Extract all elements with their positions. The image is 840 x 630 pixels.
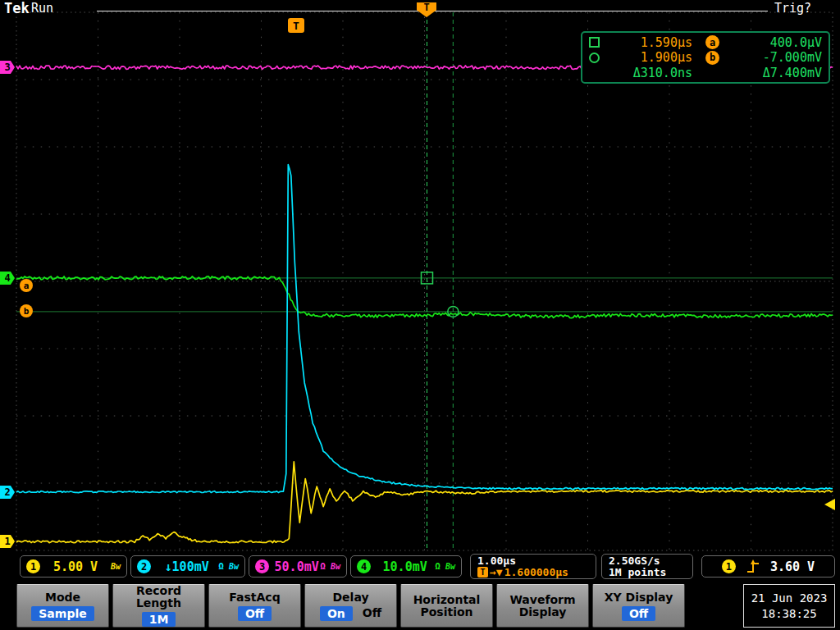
mode-label: Mode bbox=[45, 591, 80, 604]
channel1-readout[interactable]: 1 5.00 V Bw bbox=[20, 555, 127, 578]
channel1-bandwidth-icon: Bw bbox=[111, 562, 121, 571]
trigger-level: 3.60 V bbox=[770, 559, 815, 574]
channel4-bandwidth-icon: Bw bbox=[445, 562, 455, 571]
fastacq-value[interactable]: Off bbox=[238, 606, 272, 621]
cursor-a-level-badge[interactable]: a bbox=[20, 279, 33, 292]
cursor-row-2: 1.900µs b -7.000mV bbox=[589, 51, 822, 65]
channel3-readout[interactable]: 3 50.0mV Ω Bw bbox=[249, 555, 347, 578]
xy-display-value[interactable]: Off bbox=[622, 606, 655, 621]
mode-value[interactable]: Sample bbox=[31, 606, 94, 621]
menu-button-fastacq[interactable]: FastAcq Off bbox=[208, 584, 301, 628]
record-length-value[interactable]: 1M bbox=[142, 612, 176, 627]
channel4-ohm-icon: Ω bbox=[435, 561, 441, 572]
oscilloscope-screen: Tek Run Trig? T T 1.590µs a 400.0µV 1.90… bbox=[0, 0, 840, 630]
channel2-number-badge: 2 bbox=[137, 559, 151, 573]
yellow-level-arrow-icon bbox=[824, 499, 835, 510]
menu-button-waveform-display[interactable]: Waveform Display bbox=[496, 584, 589, 628]
trigger-status: Trig? bbox=[774, 1, 811, 16]
channel4-scale: 10.0mV bbox=[376, 559, 434, 574]
channel2-bandwidth-icon: Bw bbox=[229, 562, 239, 571]
cursor-row-delta: Δ310.0ns Δ7.400mV bbox=[589, 66, 822, 80]
sample-rate: 2.50GS/s bbox=[609, 555, 660, 567]
acquisition-readout[interactable]: 2.50GS/s 1M points bbox=[601, 554, 693, 579]
acquisition-status: Run bbox=[31, 1, 53, 16]
cursor1-time: 1.590µs bbox=[607, 35, 692, 50]
menu-button-delay[interactable]: Delay On Off bbox=[304, 584, 397, 628]
horizontal-position-label: Horizontal Position bbox=[406, 594, 488, 619]
circle-cursor-icon bbox=[589, 52, 607, 63]
menu-button-horizontal-position[interactable]: Horizontal Position bbox=[400, 584, 493, 628]
cursor-b-value: -7.000mV bbox=[719, 50, 822, 65]
horizontal-scale: 1.00µs bbox=[477, 555, 516, 567]
time-text: 18:38:25 bbox=[761, 607, 816, 620]
cursor-row-1: 1.590µs a 400.0µV bbox=[589, 35, 822, 49]
trigger-t-icon: T bbox=[477, 567, 488, 578]
cursor-readout-box: 1.590µs a 400.0µV 1.900µs b -7.000mV Δ31… bbox=[581, 31, 830, 84]
menu-button-record-length[interactable]: Record Length 1M bbox=[112, 584, 205, 628]
date-time-display: 21 Jun 2023 18:38:25 bbox=[743, 584, 835, 628]
graticule-waveform-area bbox=[0, 0, 840, 630]
trace-ch1 bbox=[16, 462, 833, 543]
channel3-bandwidth-icon: Bw bbox=[331, 562, 340, 571]
delay-value: 1.600000µs bbox=[504, 567, 568, 578]
channel2-scale: ↓100mV bbox=[156, 559, 217, 574]
channel1-scale: 5.00 V bbox=[45, 559, 106, 574]
channel3-scale: 50.0mV bbox=[274, 559, 319, 574]
channel2-ohm-icon: Ω bbox=[218, 561, 224, 572]
channel2-readout[interactable]: 2 ↓100mV Ω Bw bbox=[130, 555, 245, 578]
trigger-position-marker-icon[interactable]: T bbox=[288, 18, 304, 33]
cursor-b-level-badge[interactable]: b bbox=[20, 304, 33, 317]
date-text: 21 Jun 2023 bbox=[751, 591, 828, 605]
delay-arrows-icon: →▼ bbox=[490, 567, 503, 578]
xy-display-label: XY Display bbox=[605, 591, 673, 604]
trigger-readout[interactable]: 1 3.60 V bbox=[701, 555, 835, 578]
delay-off-option[interactable]: Off bbox=[363, 607, 381, 619]
cursor-b-badge: b bbox=[705, 51, 719, 65]
cursor-a-value: 400.0µV bbox=[719, 35, 822, 50]
horizontal-readout[interactable]: 1.00µs T →▼ 1.600000µs bbox=[470, 554, 596, 579]
waveform-display-label: Waveform Display bbox=[502, 594, 584, 619]
trigger-source-badge: 1 bbox=[722, 559, 736, 573]
channel3-ohm-icon: Ω bbox=[320, 561, 326, 572]
menu-button-xy-display[interactable]: XY Display Off bbox=[592, 584, 685, 628]
menu-button-mode[interactable]: Mode Sample bbox=[16, 584, 109, 628]
record-length: 1M points bbox=[609, 567, 666, 578]
fastacq-label: FastAcq bbox=[229, 591, 280, 604]
channel4-readout[interactable]: 4 10.0mV Ω Bw bbox=[350, 555, 462, 578]
cursor-delta-value: Δ7.400mV bbox=[719, 66, 822, 80]
channel4-number-badge: 4 bbox=[357, 559, 371, 573]
tek-logo: Tek bbox=[4, 0, 30, 16]
cursor-a-badge: a bbox=[705, 35, 719, 49]
delay-label: Delay bbox=[332, 591, 368, 604]
delay-on-option[interactable]: On bbox=[320, 606, 353, 621]
record-length-label: Record Length bbox=[118, 585, 200, 609]
horizontal-delay: T →▼ 1.600000µs bbox=[477, 567, 568, 578]
cursor2-time: 1.900µs bbox=[607, 50, 692, 65]
square-cursor-icon bbox=[589, 37, 607, 48]
cursor-delta-time: Δ310.0ns bbox=[607, 66, 692, 80]
channel1-number-badge: 1 bbox=[26, 559, 40, 573]
rising-edge-icon bbox=[746, 559, 760, 574]
channel3-number-badge: 3 bbox=[255, 559, 269, 573]
